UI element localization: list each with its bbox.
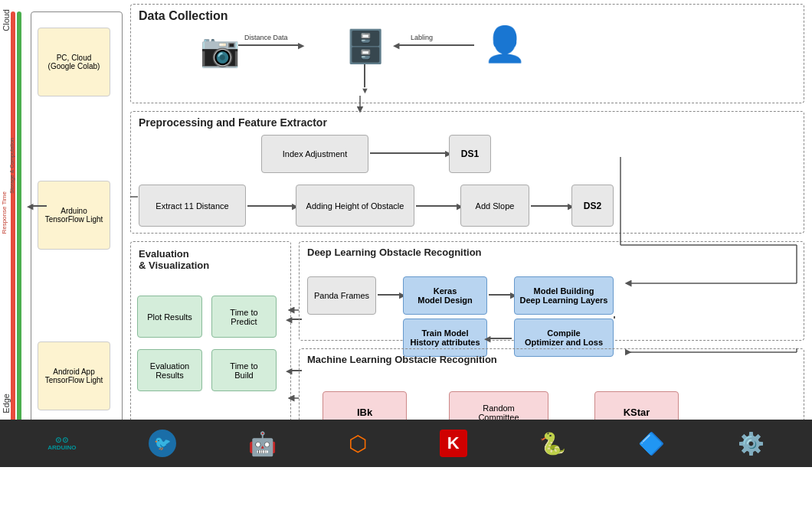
index-adjustment-box: Index Adjustment: [261, 135, 368, 173]
arrow-compile-train: ◀: [489, 338, 512, 339]
add-slope-box: Add Slope: [460, 185, 529, 227]
adding-height-box: Adding Height of Obstacle: [296, 185, 414, 227]
plot-results-box: Plot Results: [137, 296, 202, 338]
tensorflow-logo: ⬡: [349, 431, 367, 456]
camera-icon: 📷: [200, 31, 240, 69]
arrow-slope-ds2: ▶: [531, 205, 569, 207]
labeling-arrow: ◀: [398, 44, 474, 46]
labeling-label: Labling: [411, 34, 433, 41]
arrow-adding-slope: ▶: [416, 205, 458, 207]
person-icon: 👤: [483, 24, 526, 64]
database-icon: 🗄️: [345, 28, 385, 65]
deep-learning-title: Deep Learning Obstacle Recognition: [300, 242, 804, 263]
colab-logo: ⚙️: [738, 431, 765, 456]
arrow-index-ds1: ▶: [370, 152, 447, 154]
android-layer: Android App TensorFlow Light: [38, 341, 110, 410]
python-logo: 🐍: [539, 431, 566, 456]
weka-logo: 🐦: [149, 430, 176, 457]
panda-frames-box: Panda Frames: [307, 276, 376, 315]
arrow-extract-adding: ▶: [247, 205, 293, 207]
tflite-logo: 🔷: [638, 431, 665, 456]
deep-learning-section: Deep Learning Obstacle Recognition Panda…: [299, 241, 804, 341]
time-predict-box: Time to Predict: [211, 296, 277, 338]
cloud-label: Cloud: [2, 9, 11, 31]
arrow-preprocessing-left: ◀: [31, 205, 47, 207]
extract-distance-box: Extract 11 Distance: [139, 185, 246, 227]
green-bar: [17, 11, 21, 448]
evaluation-title: Evaluation & Visualization: [131, 242, 290, 277]
keras-box: Keras Model Design: [403, 276, 487, 315]
arduino-layer: Arduino TensorFlow Light: [38, 181, 110, 250]
arduino-logo: ⊙⊙ ARDUINO: [47, 436, 76, 451]
distance-data-arrow: ▶: [238, 44, 300, 46]
footer: ⊙⊙ ARDUINO 🐦 🤖 ⬡ K 🐍 🔷 ⚙️: [0, 420, 812, 467]
edge-label: Edge: [2, 394, 11, 413]
distance-data-label: Distance Data: [244, 34, 288, 41]
evaluation-results-box: Evaluation Results: [137, 349, 202, 391]
android-logo: 🤖: [248, 430, 277, 457]
preprocessing-title: Preprocessing and Feature Extractor: [131, 112, 804, 133]
layers-column: PC, Cloud (Google Colab) Arduino TensorF…: [31, 11, 123, 452]
machine-learning-title: Machine Learning Obstacle Recognition: [300, 349, 804, 370]
response-time-label: Response Time: [1, 191, 8, 234]
storage-label: Storage & Computation: [9, 138, 15, 194]
preprocessing-section: Preprocessing and Feature Extractor Inde…: [130, 111, 804, 234]
arrow-model-compile: [614, 316, 615, 319]
arrow-panda-keras: ▶: [378, 294, 401, 296]
down-arrow-dc: ▼: [361, 64, 369, 95]
pc-layer: PC, Cloud (Google Colab): [38, 28, 110, 96]
data-collection-section: Data Collection 📷 🗄️ 👤 ▶ Distance Data: [130, 4, 804, 103]
keras-logo: K: [440, 430, 467, 457]
arrow-keras-model: ▶: [489, 294, 512, 296]
time-build-box: Time to Build: [211, 349, 277, 391]
model-building-box: Model Building Deep Learning Layers: [514, 276, 614, 315]
red-bar: [11, 11, 15, 448]
ds2-box: DS2: [571, 185, 614, 227]
data-collection-title: Data Collection: [131, 5, 804, 28]
ds1-box: DS1: [449, 135, 491, 173]
